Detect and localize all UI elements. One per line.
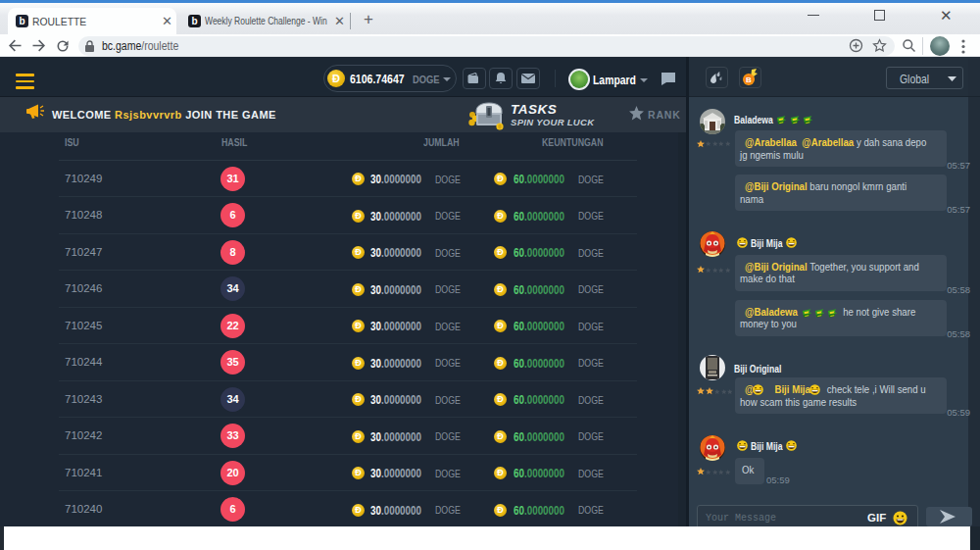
svg-text:B: B xyxy=(746,75,752,84)
